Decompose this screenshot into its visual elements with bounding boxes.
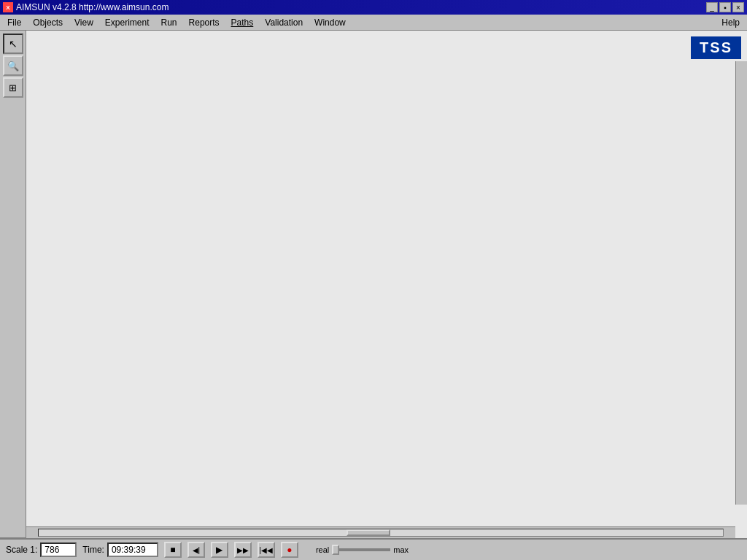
- stop-button[interactable]: ■: [164, 542, 182, 558]
- app-icon: X: [3, 2, 13, 12]
- time-field: Time:: [82, 542, 158, 557]
- speed-slider[interactable]: [332, 548, 390, 551]
- time-label: Time:: [82, 545, 104, 555]
- select-tool[interactable]: ↖: [3, 34, 23, 54]
- speed-max-label: max: [393, 545, 409, 554]
- menu-paths[interactable]: Paths: [225, 16, 260, 29]
- step-back-button[interactable]: ◀|: [187, 542, 205, 558]
- menu-run[interactable]: Run: [155, 16, 183, 29]
- menu-window[interactable]: Window: [309, 16, 352, 29]
- title-bar-left: X AIMSUN v4.2.8 http://www.aimsun.com: [3, 2, 169, 12]
- hscroll-thumb[interactable]: [347, 529, 390, 536]
- toolbar: ↖ 🔍 ⊞: [0, 31, 26, 538]
- rewind-button[interactable]: |◀◀: [258, 542, 275, 558]
- scale-label: Scale 1:: [6, 545, 37, 555]
- menu-help[interactable]: Help: [716, 16, 746, 29]
- simulation-canvas[interactable]: TSS ▶ ▶ ▶ ▶ ▶ ▶: [26, 31, 747, 538]
- grid-tool[interactable]: ⊞: [3, 77, 23, 98]
- title-bar: X AIMSUN v4.2.8 http://www.aimsun.com _ …: [0, 0, 747, 15]
- horizontal-scrollbar[interactable]: [26, 526, 735, 538]
- record-button[interactable]: ●: [281, 542, 298, 558]
- hscroll-track[interactable]: [38, 529, 724, 537]
- speed-real-label: real: [316, 545, 329, 554]
- minimize-button[interactable]: _: [706, 2, 718, 12]
- road-simulation: ▶ ▶ ▶ ▶ ▶ ▶: [26, 31, 245, 140]
- speed-control: real max: [316, 545, 409, 554]
- menu-file[interactable]: File: [1, 16, 27, 29]
- close-button[interactable]: ×: [732, 2, 744, 12]
- zoom-tool[interactable]: 🔍: [3, 55, 23, 76]
- play-button[interactable]: ▶: [211, 542, 228, 558]
- menu-experiment[interactable]: Experiment: [99, 16, 155, 29]
- menu-bar: File Objects View Experiment Run Reports…: [0, 15, 747, 31]
- vertical-scrollbar[interactable]: [735, 61, 747, 505]
- scale-input[interactable]: [40, 542, 77, 557]
- menu-view[interactable]: View: [69, 16, 99, 29]
- window-title: AIMSUN v4.2.8 http://www.aimsun.com: [16, 2, 169, 12]
- menu-reports[interactable]: Reports: [183, 16, 225, 29]
- menu-objects[interactable]: Objects: [27, 16, 69, 29]
- status-bar: Scale 1: Time: ■ ◀| ▶ ▶▶ |◀◀ ● real max: [0, 538, 747, 560]
- fast-forward-button[interactable]: ▶▶: [234, 542, 252, 558]
- title-bar-controls: _ ▪ ×: [706, 2, 744, 12]
- menu-validation[interactable]: Validation: [259, 16, 309, 29]
- time-input[interactable]: [107, 542, 158, 557]
- tss-badge: TSS: [691, 36, 741, 59]
- scale-field: Scale 1:: [6, 542, 77, 557]
- maximize-button[interactable]: ▪: [719, 2, 731, 12]
- speed-slider-thumb[interactable]: [332, 545, 339, 555]
